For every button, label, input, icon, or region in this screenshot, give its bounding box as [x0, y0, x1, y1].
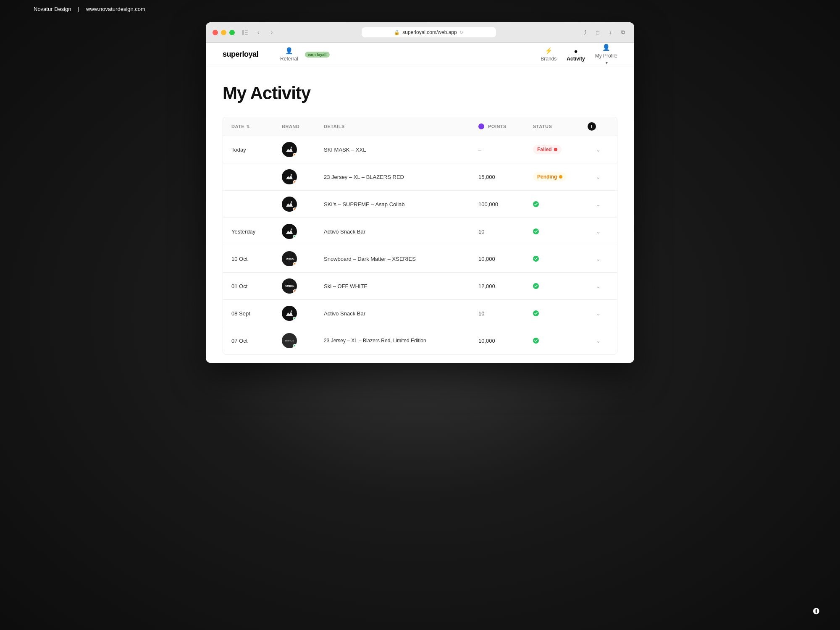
mountain-svg: [284, 308, 294, 318]
status-cell: Pending: [533, 172, 588, 181]
futbol-text: FUTBOL: [285, 257, 294, 260]
my-profile-label: My Profile: [595, 53, 617, 59]
close-button[interactable]: [213, 30, 218, 35]
check-icon: [534, 312, 538, 315]
lock-icon: 🔒: [394, 30, 400, 35]
svg-point-6: [291, 201, 292, 203]
details-cell: Snowboard – Dark Matter – XSERIES: [324, 256, 478, 262]
back-button[interactable]: ‹: [253, 27, 263, 37]
bottom-logo: 𝛐: [813, 604, 819, 617]
expand-cell[interactable]: ⌄: [588, 147, 609, 153]
svg-rect-2: [245, 32, 248, 33]
app-container: superloyal 👤 Referral earn loyal! ⚡ Bran…: [206, 43, 634, 363]
brands-label: Brands: [541, 56, 556, 62]
bottom-logo-bar: 𝛐: [813, 604, 819, 617]
share-icon[interactable]: ⤴: [580, 28, 590, 37]
expand-cell[interactable]: ⌄: [588, 283, 609, 289]
status-success-dot: [533, 228, 539, 234]
brand-dot-green: [293, 317, 297, 321]
table-row: Today SKI MASK – XXL –: [223, 136, 617, 163]
points-cell: 10: [478, 228, 533, 235]
check-icon: [534, 257, 538, 260]
svg-point-5: [291, 174, 292, 176]
brand-dot-green: [293, 344, 297, 348]
brand-cell: FUTBOL: [282, 278, 324, 294]
nav-brands[interactable]: ⚡ Brands: [541, 47, 556, 62]
brand-avatar-mountain: [282, 306, 297, 321]
status-cell: [533, 256, 588, 262]
nav-activity[interactable]: ● Activity: [567, 47, 585, 62]
points-cell: 12,000: [478, 283, 533, 289]
browser-window: ‹ › 🔒 superloyal.com/web.app ↻ ⤴ □ + ⧉ s…: [206, 22, 634, 363]
details-cell: Activo Snack Bar: [324, 310, 478, 317]
brand-dot-green: [293, 235, 297, 239]
details-cell: Ski – OFF WHITE: [324, 283, 478, 289]
expand-cell[interactable]: ⌄: [588, 201, 609, 207]
status-success-dot: [533, 256, 539, 262]
expand-cell[interactable]: ⌄: [588, 174, 609, 180]
brand-cell: [282, 142, 324, 157]
th-brand: BRAND: [282, 124, 324, 129]
brand-avatar-mountain: [282, 224, 297, 239]
brand-avatar-mountain: [282, 142, 297, 157]
referral-label: Referral: [280, 56, 298, 62]
earn-badge: earn loyal!: [305, 52, 330, 58]
date-cell: 10 Oct: [231, 256, 282, 262]
status-cell: [533, 228, 588, 234]
bookmark-icon[interactable]: □: [593, 28, 602, 37]
status-cell: [533, 283, 588, 289]
status-success-dot: [533, 338, 539, 344]
app-logo[interactable]: superloyal: [223, 50, 258, 59]
brand-cell: [282, 197, 324, 212]
futbol-text: FUTBOL: [285, 285, 294, 287]
browser-chrome: ‹ › 🔒 superloyal.com/web.app ↻ ⤴ □ + ⧉: [206, 22, 634, 43]
brand-dot-orange: [293, 153, 297, 157]
brand-avatar-mountain: [282, 169, 297, 184]
svg-rect-0: [242, 30, 244, 35]
check-icon: [534, 230, 538, 233]
brand-dot-orange: [293, 207, 297, 212]
app-nav: superloyal 👤 Referral earn loyal! ⚡ Bran…: [206, 43, 634, 66]
brand-avatar-futbol: FUTBOL: [282, 278, 297, 294]
status-cell: Failed: [533, 145, 588, 154]
expand-cell[interactable]: ⌄: [588, 310, 609, 317]
details-cell: Activo Snack Bar: [324, 228, 478, 235]
brand-cell: FUTBOL: [282, 251, 324, 266]
svg-rect-1: [245, 30, 248, 31]
table-row: 23 Jersey – XL – BLAZERS RED 15,000 Pend…: [223, 163, 617, 191]
date-cell: 07 Oct: [231, 338, 282, 344]
brand-dot-orange: [293, 289, 297, 294]
date-cell: 08 Sept: [231, 310, 282, 317]
table-group-01oct: 01 Oct FUTBOL Ski – OFF WHITE 12,000: [223, 273, 617, 300]
maximize-button[interactable]: [229, 30, 235, 35]
brand-url: www.novaturdesign.com: [86, 6, 145, 12]
nav-my-profile[interactable]: 👤 My Profile ▾: [595, 44, 617, 65]
expand-cell[interactable]: ⌄: [588, 338, 609, 344]
th-date[interactable]: DATE ⇅: [231, 124, 282, 129]
divider: |: [78, 6, 79, 12]
brand-avatar-futbol: FUTBOL: [282, 251, 297, 266]
status-cell: [533, 310, 588, 316]
page-title: My Activity: [223, 83, 617, 103]
forward-icon: ›: [271, 29, 273, 36]
status-cell: [533, 201, 588, 207]
table-group-today: Today SKI MASK – XXL –: [223, 136, 617, 218]
tabs-icon[interactable]: ⧉: [618, 28, 627, 37]
status-badge-pending: Pending: [533, 172, 567, 181]
minimize-button[interactable]: [221, 30, 226, 35]
expand-cell[interactable]: ⌄: [588, 228, 609, 235]
brand-dot-orange: [293, 262, 297, 266]
refresh-icon[interactable]: ↻: [459, 30, 463, 35]
address-bar[interactable]: 🔒 superloyal.com/web.app ↻: [362, 27, 496, 37]
table-row: 01 Oct FUTBOL Ski – OFF WHITE 12,000: [223, 273, 617, 299]
forward-button[interactable]: ›: [267, 27, 277, 37]
th-points: POINTS: [478, 123, 533, 129]
nav-referral[interactable]: 👤 Referral: [278, 44, 300, 65]
brand-name: Novatur Design: [34, 6, 71, 12]
address-bar-wrapper: 🔒 superloyal.com/web.app ↻: [282, 27, 575, 37]
new-tab-icon[interactable]: +: [606, 28, 615, 37]
table-group-07oct: 07 Oct THIRDS 23 Jersey – XL – Blazers R…: [223, 327, 617, 354]
sidebar-toggle[interactable]: [240, 27, 250, 37]
brands-icon: ⚡: [545, 47, 553, 55]
expand-cell[interactable]: ⌄: [588, 256, 609, 262]
